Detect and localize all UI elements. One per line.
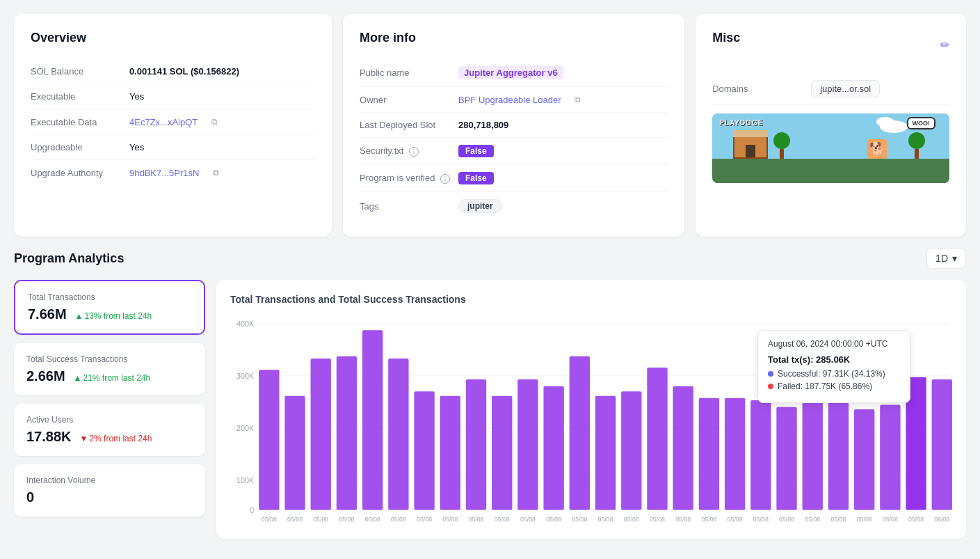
tags-label: Tags [360, 201, 450, 212]
tags-value: jupiter [458, 199, 502, 213]
security-txt-info-icon[interactable]: i [409, 147, 419, 157]
executable-data-row: Executable Data 4Ec7Zx...xAipQT ⧉ [31, 109, 315, 135]
svg-text:05/08: 05/08 [442, 515, 458, 522]
svg-text:06/08: 06/08 [934, 515, 949, 522]
success-tx-value: 2.66M [26, 368, 65, 384]
svg-text:05/08: 05/08 [313, 515, 328, 522]
tooltip-successful-row: Successful: 97.31K (34.13%) [768, 369, 900, 379]
stat-cards: Total Transactions 7.66M 13% from last 2… [14, 280, 205, 539]
misc-header: Misc ✏ [712, 31, 949, 59]
svg-text:05/08: 05/08 [572, 515, 587, 522]
svg-text:200K: 200K [236, 424, 255, 433]
tooltip-date: August 06, 2024 00:00:00 +UTC [768, 339, 900, 349]
interaction-volume-value-row: 0 [26, 489, 193, 505]
stat-card-active-users[interactable]: Active Users 17.88K 2% from last 24h [14, 404, 205, 456]
svg-text:05/08: 05/08 [728, 515, 743, 522]
svg-text:05/08: 05/08 [883, 515, 898, 522]
edit-icon[interactable]: ✏ [940, 38, 949, 52]
total-tx-change: 13% from last 24h [75, 311, 152, 321]
active-users-value: 17.88K [26, 429, 72, 445]
game-scene: PLAYDOGE WOO! 🐕 [712, 113, 949, 183]
svg-text:400K: 400K [236, 320, 255, 329]
bar-23 [854, 409, 874, 510]
tooltip-successful-label: Successful: 97.31K (34.13%) [778, 369, 885, 379]
stat-card-success-transactions[interactable]: Total Success Transactions 2.66M 21% fro… [14, 343, 205, 395]
svg-text:05/08: 05/08 [857, 515, 872, 522]
owner-copy-icon[interactable]: ⧉ [572, 94, 583, 105]
bar-19 [750, 400, 771, 510]
bar-16 [673, 386, 693, 510]
executable-row: Executable Yes [31, 84, 315, 109]
interaction-volume-label: Interaction Volume [26, 475, 193, 485]
moreinfo-card: More info Public name Jupiter Aggregator… [343, 14, 684, 237]
bar-22 [828, 402, 849, 510]
tree1-trunk [780, 149, 784, 159]
analytics-body: Total Transactions 7.66M 13% from last 2… [14, 280, 966, 539]
analytics-header: Program Analytics 1D ▾ [14, 248, 966, 269]
executable-data-value[interactable]: 4Ec7Zx...xAipQT [129, 117, 198, 127]
bar-20 [776, 407, 796, 510]
svg-text:05/08: 05/08 [779, 515, 794, 522]
owner-value[interactable]: BPF Upgradeable Loader [458, 95, 561, 105]
sol-balance-label: SOL Balance [31, 66, 121, 77]
svg-text:100K: 100K [236, 476, 255, 485]
bar-5 [388, 359, 408, 510]
ground-bg [712, 159, 949, 183]
security-txt-label: Security.txt i [360, 145, 450, 157]
bar-2 [311, 359, 331, 510]
executable-data-copy-icon[interactable]: ⧉ [209, 116, 220, 127]
svg-text:05/08: 05/08 [753, 515, 769, 522]
bar-12 [570, 356, 590, 510]
program-verified-info-icon[interactable]: i [440, 174, 450, 184]
svg-text:05/08: 05/08 [546, 515, 561, 522]
total-tx-label: Total Transactions [28, 292, 191, 302]
upgrade-authority-value[interactable]: 9hdBK7...5Pr1sN [129, 168, 199, 178]
building-door [746, 145, 755, 157]
analytics-title: Program Analytics [14, 251, 124, 266]
success-tx-label: Total Success Transactions [26, 354, 193, 364]
upgrade-authority-copy-icon[interactable]: ⧉ [210, 167, 221, 178]
sol-balance-row: SOL Balance 0.001141 SOL ($0.156822) [31, 59, 315, 84]
tree2-trunk [915, 149, 919, 159]
time-period-select[interactable]: 1D ▾ [926, 248, 966, 269]
bar-8 [466, 379, 486, 510]
misc-image: PLAYDOGE WOO! 🐕 [712, 113, 949, 183]
tree2-top [908, 132, 925, 149]
upgradeable-label: Upgradeable [31, 142, 121, 152]
svg-text:05/08: 05/08 [287, 515, 303, 522]
public-name-value: Jupiter Aggregator v6 [458, 66, 563, 79]
bar-0 [259, 370, 279, 510]
domains-row: Domains jupite...or.sol [712, 73, 949, 105]
stat-card-total-transactions[interactable]: Total Transactions 7.66M 13% from last 2… [14, 280, 205, 335]
upgradeable-row: Upgradeable Yes [31, 135, 315, 160]
security-txt-value: False [458, 145, 494, 157]
chart-card: Total Transactions and Total Success Tra… [216, 280, 966, 539]
active-users-label: Active Users [26, 415, 193, 425]
sol-balance-value: 0.001141 SOL ($0.156822) [129, 66, 239, 77]
failed-dot-icon [768, 384, 773, 389]
svg-text:05/08: 05/08 [830, 515, 846, 522]
total-tx-arrow-up-icon [75, 311, 85, 321]
svg-text:05/08: 05/08 [495, 515, 510, 522]
svg-text:05/08: 05/08 [598, 515, 613, 522]
program-verified-value: False [458, 172, 494, 184]
upgradeable-value: Yes [129, 142, 144, 152]
overview-title: Overview [31, 31, 315, 45]
bar-21 [803, 398, 823, 510]
building-roof [733, 130, 768, 137]
doge-character: 🐕 [867, 139, 887, 159]
interaction-volume-value: 0 [26, 489, 34, 505]
executable-label: Executable [31, 91, 121, 102]
bar-4 [362, 330, 383, 510]
stat-card-interaction-volume[interactable]: Interaction Volume 0 [14, 464, 205, 517]
total-tx-value: 7.66M [28, 306, 67, 322]
bar-7 [440, 396, 460, 510]
chart-title: Total Transactions and Total Success Tra… [230, 294, 952, 305]
last-deployed-label: Last Deployed Slot [360, 120, 450, 130]
misc-card: Misc ✏ Domains jupite...or.sol PLAYDOGE … [696, 14, 966, 237]
tree1-top [773, 132, 790, 149]
bar-10 [517, 379, 538, 510]
cloud2 [876, 117, 894, 127]
success-tx-change: 21% from last 24h [74, 373, 151, 383]
success-tx-value-row: 2.66M 21% from last 24h [26, 368, 193, 384]
